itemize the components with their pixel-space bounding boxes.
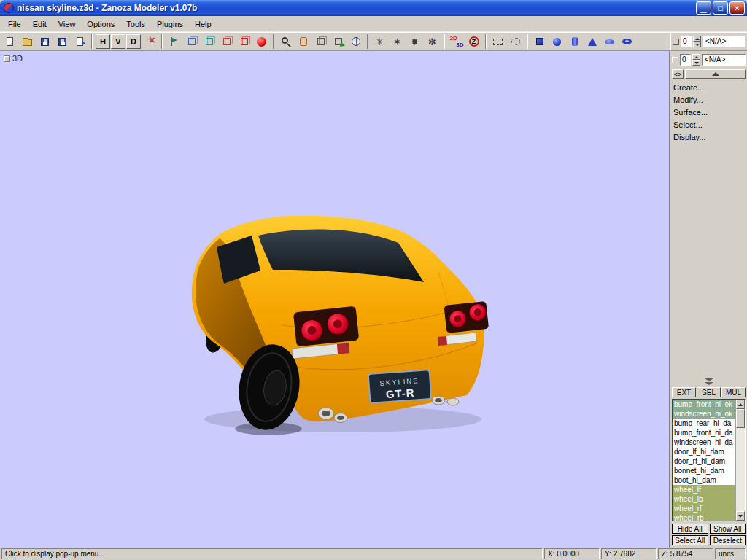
- export-button[interactable]: [71, 34, 88, 50]
- title-bar[interactable]: nissan skyline.z3d - Zanoza Modeler v1.0…: [0, 0, 747, 16]
- perspective-view-button[interactable]: [347, 34, 364, 50]
- objects-level-button[interactable]: [236, 34, 252, 50]
- menu-help[interactable]: Help: [189, 18, 217, 31]
- spinner-up-icon[interactable]: [693, 36, 701, 42]
- panel-menu-create[interactable]: Create...: [672, 82, 746, 94]
- create-cylinder-button[interactable]: [566, 34, 583, 50]
- list-action-buttons: Hide AllShow AllSelect AllDeselect: [672, 524, 746, 545]
- object-item[interactable]: door_lf_hi_dam: [673, 447, 735, 456]
- orbit-view-button[interactable]: [312, 34, 329, 50]
- pan-tool-button[interactable]: [295, 34, 311, 50]
- spinner-dropdown[interactable]: <N/A>: [702, 54, 746, 66]
- panel-menu-surface[interactable]: Surface...: [672, 106, 746, 119]
- spinner-up-icon[interactable]: [692, 54, 700, 60]
- create-box-button[interactable]: [531, 34, 548, 50]
- select-all-button[interactable]: Select All: [672, 535, 708, 545]
- spinner-handle-icon[interactable]: [673, 39, 679, 45]
- show-all-button[interactable]: Show All: [710, 524, 746, 534]
- save-file-icon: [41, 38, 49, 46]
- object-item[interactable]: wheel_rf: [673, 504, 735, 513]
- object-item[interactable]: boot_hi_dam: [673, 475, 735, 485]
- panel-menu-modify[interactable]: Modify...: [672, 94, 746, 106]
- menu-tools[interactable]: Tools: [120, 18, 151, 31]
- export-icon: [77, 37, 83, 46]
- sel-mode-button[interactable]: SEL: [697, 387, 721, 397]
- minimize-button[interactable]: ▁: [696, 1, 711, 15]
- viewport-3d[interactable]: SKYLINE GT-R: [0, 51, 670, 548]
- vertical-views-button[interactable]: V: [111, 34, 125, 49]
- panel-toggle-button[interactable]: <>: [672, 69, 684, 79]
- deselect-button[interactable]: Deselect: [710, 535, 746, 545]
- move-tool-button[interactable]: ✳: [371, 34, 388, 50]
- select-rectangle-button[interactable]: [489, 34, 506, 50]
- save-as-button[interactable]: [54, 34, 71, 50]
- spinner-dropdown[interactable]: <N/A>: [703, 36, 745, 47]
- scrollbar-thumb[interactable]: [736, 409, 745, 428]
- scroll-down-icon[interactable]: [736, 511, 745, 521]
- polygons-level-button[interactable]: [201, 34, 217, 50]
- edges-level-icon: [188, 38, 196, 45]
- create-torus-button[interactable]: [619, 34, 635, 50]
- spinner-down-icon[interactable]: [692, 60, 700, 66]
- new-file-button[interactable]: [1, 34, 18, 50]
- panel-menu-display[interactable]: Display...: [672, 131, 746, 144]
- mirror-tool-button[interactable]: ✻: [424, 34, 441, 50]
- ext-mode-button[interactable]: EXT: [672, 387, 696, 397]
- menu-options[interactable]: Options: [81, 18, 120, 31]
- zoom-tool-button[interactable]: [277, 34, 294, 50]
- close-icon: ×: [735, 4, 739, 12]
- object-item[interactable]: bump_front_hi_da: [673, 428, 735, 438]
- panel-splitter[interactable]: [672, 376, 746, 387]
- viewport-label[interactable]: 3D: [4, 54, 23, 63]
- menu-plugins[interactable]: Plugins: [151, 18, 189, 31]
- status-message: Click to display pop-up menu.: [1, 548, 543, 559]
- viewport-menu-icon[interactable]: [4, 55, 10, 62]
- object-item[interactable]: windscreen_hi_ok: [673, 409, 735, 419]
- car-object[interactable]: SKYLINE GT-R: [192, 216, 489, 435]
- object-item[interactable]: bump_rear_hi_da: [673, 419, 735, 428]
- create-cone-button[interactable]: [584, 34, 600, 50]
- zoom-extents-button[interactable]: [330, 34, 347, 50]
- list-scrollbar[interactable]: [735, 400, 745, 521]
- close-button[interactable]: ×: [729, 1, 745, 15]
- object-item[interactable]: wheel_lf: [673, 485, 735, 494]
- spinner-handle-icon[interactable]: [672, 57, 678, 63]
- spinner-down-icon[interactable]: [693, 42, 701, 47]
- horizontal-views-button[interactable]: H: [96, 34, 110, 49]
- maximize-button[interactable]: □: [713, 1, 728, 15]
- hide-all-button[interactable]: Hide All: [672, 524, 708, 534]
- menu-view[interactable]: View: [53, 18, 82, 31]
- panel-menu-select[interactable]: Select...: [672, 119, 746, 131]
- select-circle-button[interactable]: [507, 34, 524, 50]
- scale-tool-button[interactable]: ✸: [406, 34, 423, 50]
- toggle-2d3d-button[interactable]: 2D3D: [448, 34, 465, 50]
- edges-level-button[interactable]: [183, 34, 200, 50]
- surfaces-level-button[interactable]: [218, 34, 235, 50]
- z-axis-button[interactable]: Z: [465, 34, 482, 50]
- object-item[interactable]: windscreen_hi_da: [673, 438, 735, 447]
- rotate-tool-button[interactable]: ✶: [389, 34, 406, 50]
- object-item[interactable]: bonnet_hi_dam: [673, 466, 735, 475]
- spinner-value-field[interactable]: 0: [680, 54, 691, 66]
- open-file-button[interactable]: [19, 34, 36, 50]
- object-item[interactable]: door_rf_hi_dam: [673, 456, 735, 466]
- menu-file[interactable]: File: [2, 18, 27, 31]
- spinner-value-field[interactable]: 0: [681, 36, 692, 47]
- vertices-level-button[interactable]: [166, 34, 182, 50]
- scrollbar-track[interactable]: [736, 409, 745, 511]
- create-sphere-button[interactable]: [549, 34, 565, 50]
- detached-views-button[interactable]: D: [126, 34, 141, 49]
- object-item[interactable]: wheel_lb: [673, 494, 735, 504]
- panel-collapse-button[interactable]: [685, 69, 746, 79]
- menu-edit[interactable]: Edit: [27, 18, 53, 31]
- object-item[interactable]: wheel_rb: [673, 513, 735, 521]
- mul-mode-button[interactable]: MUL: [721, 387, 746, 397]
- delete-button[interactable]: [142, 34, 158, 50]
- scroll-up-icon[interactable]: [736, 400, 745, 409]
- save-file-button[interactable]: [36, 34, 53, 50]
- status-x-coordinate: X: 0.0000: [544, 548, 600, 559]
- create-disc-button[interactable]: [601, 34, 618, 50]
- object-item[interactable]: bump_front_hi_ok: [673, 400, 735, 409]
- material-editor-button[interactable]: [253, 34, 270, 50]
- content-area: SKYLINE GT-R: [0, 51, 747, 548]
